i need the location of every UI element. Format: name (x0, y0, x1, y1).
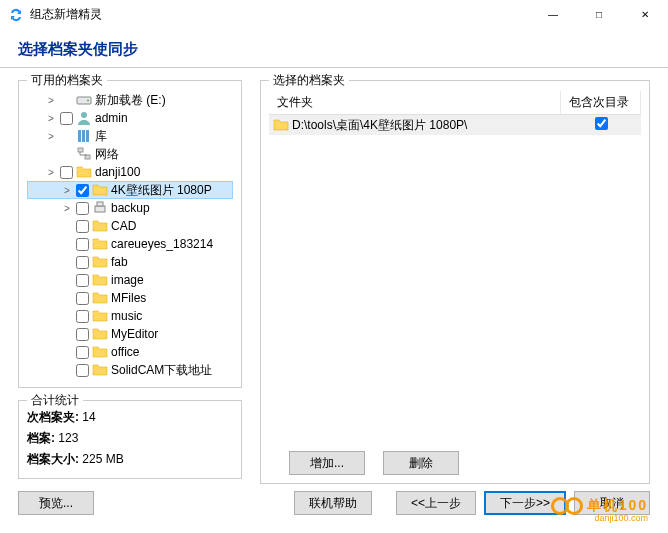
lib-icon (76, 128, 92, 144)
stat-label: 次档案夹: (27, 409, 79, 426)
tree-label: admin (95, 111, 128, 125)
folder-icon (92, 308, 108, 324)
tree-checkbox[interactable] (76, 364, 89, 377)
tree-row[interactable]: >careueyes_183214 (27, 235, 233, 253)
tree-label: careueyes_183214 (111, 237, 213, 251)
list-row[interactable]: D:\tools\桌面\4K壁纸图片 1080P\ (269, 115, 641, 135)
selected-folders-group: 选择的档案夹 文件夹 包含次目录 D:\tools\桌面\4K壁纸图片 1080… (260, 80, 650, 484)
folder-icon (92, 362, 108, 378)
tree-row[interactable]: >4K壁纸图片 1080P (27, 181, 233, 199)
tree-label: MyEditor (111, 327, 158, 341)
prev-button[interactable]: <<上一步 (396, 491, 476, 515)
tree-row[interactable]: >网络 (27, 145, 233, 163)
tree-row[interactable]: >office (27, 343, 233, 361)
stat-line: 档案: 123 (27, 430, 233, 447)
user-icon (76, 110, 92, 126)
stat-line: 档案大小: 225 MB (27, 451, 233, 468)
help-button[interactable]: 联机帮助 (294, 491, 372, 515)
tree-checkbox[interactable] (76, 256, 89, 269)
stats-legend: 合计统计 (27, 392, 83, 409)
tree-expander[interactable]: > (61, 203, 73, 214)
stat-line: 次档案夹: 14 (27, 409, 233, 426)
cancel-button[interactable]: 取消 (574, 491, 650, 515)
titlebar: 组态新增精灵 — □ ✕ (0, 0, 668, 30)
stat-label: 档案: (27, 430, 55, 447)
tree-row[interactable]: >fab (27, 253, 233, 271)
tree-label: fab (111, 255, 128, 269)
list-path: D:\tools\桌面\4K壁纸图片 1080P\ (292, 117, 467, 134)
footer: 预览... 联机帮助 <<上一步 下一步>> 取消 (18, 491, 650, 515)
tree-checkbox[interactable] (60, 166, 73, 179)
stats-group: 合计统计 次档案夹: 14档案: 123档案大小: 225 MB (18, 400, 242, 479)
tree-expander[interactable]: > (61, 185, 73, 196)
tree-checkbox[interactable] (76, 310, 89, 323)
tree-row[interactable]: >新加载卷 (E:) (27, 91, 233, 109)
folder-icon (273, 117, 289, 133)
col-folder[interactable]: 文件夹 (269, 91, 561, 114)
tree-checkbox[interactable] (76, 202, 89, 215)
available-folders-legend: 可用的档案夹 (27, 72, 107, 89)
tree-row[interactable]: >music (27, 307, 233, 325)
tree-row[interactable]: >admin (27, 109, 233, 127)
tree-row[interactable]: >MFiles (27, 289, 233, 307)
available-folders-group: 可用的档案夹 >新加载卷 (E:)>admin>库>网络>danji100>4K… (18, 80, 242, 388)
folder-icon (76, 164, 92, 180)
preview-button[interactable]: 预览... (18, 491, 94, 515)
tree-checkbox[interactable] (76, 238, 89, 251)
stat-value: 123 (55, 431, 78, 445)
stat-label: 档案大小: (27, 451, 79, 468)
tree-label: 网络 (95, 146, 119, 163)
remove-button[interactable]: 删除 (383, 451, 459, 475)
stat-value: 225 MB (79, 452, 124, 466)
tree-label: 库 (95, 128, 107, 145)
tree-checkbox[interactable] (76, 346, 89, 359)
folder-icon (92, 182, 108, 198)
folder-icon (92, 290, 108, 306)
tree-checkbox[interactable] (76, 184, 89, 197)
tree-label: SolidCAM下载地址 (111, 362, 212, 379)
tree-expander[interactable]: > (45, 95, 57, 106)
tree-row[interactable]: >backup (27, 199, 233, 217)
drive-icon (76, 92, 92, 108)
tree-label: danji100 (95, 165, 140, 179)
include-checkbox[interactable] (595, 117, 608, 130)
folder-icon (92, 254, 108, 270)
tree-row[interactable]: >CAD (27, 217, 233, 235)
folder-icon (92, 218, 108, 234)
net-icon (76, 146, 92, 162)
tree-label: image (111, 273, 144, 287)
col-include[interactable]: 包含次目录 (561, 91, 641, 114)
tree-checkbox[interactable] (76, 274, 89, 287)
selected-list[interactable]: 文件夹 包含次目录 D:\tools\桌面\4K壁纸图片 1080P\ (269, 91, 641, 441)
tree-checkbox[interactable] (60, 112, 73, 125)
tree-row[interactable]: >danji100 (27, 163, 233, 181)
maximize-button[interactable]: □ (576, 0, 622, 30)
next-button[interactable]: 下一步>> (484, 491, 566, 515)
tree-label: 新加载卷 (E:) (95, 92, 166, 109)
tree-checkbox[interactable] (76, 292, 89, 305)
tree-label: 4K壁纸图片 1080P (111, 182, 212, 199)
tree-row[interactable]: >image (27, 271, 233, 289)
tree-expander[interactable]: > (45, 131, 57, 142)
tree-expander[interactable]: > (45, 167, 57, 178)
tree-row[interactable]: >MyEditor (27, 325, 233, 343)
add-button[interactable]: 增加... (289, 451, 365, 475)
close-button[interactable]: ✕ (622, 0, 668, 30)
minimize-button[interactable]: — (530, 0, 576, 30)
tree-checkbox[interactable] (76, 220, 89, 233)
tree-label: backup (111, 201, 150, 215)
stat-value: 14 (79, 410, 96, 424)
tree-checkbox[interactable] (76, 328, 89, 341)
tree-expander[interactable]: > (45, 113, 57, 124)
window-title: 组态新增精灵 (30, 6, 530, 23)
sync-icon (8, 7, 24, 23)
tree-row[interactable]: >库 (27, 127, 233, 145)
folder-icon (92, 272, 108, 288)
tree-label: office (111, 345, 139, 359)
tree-row[interactable]: >SolidCAM下载地址 (27, 361, 233, 379)
folder-icon (92, 344, 108, 360)
selected-folders-legend: 选择的档案夹 (269, 72, 349, 89)
folder-tree[interactable]: >新加载卷 (E:)>admin>库>网络>danji100>4K壁纸图片 10… (27, 91, 233, 379)
list-header: 文件夹 包含次目录 (269, 91, 641, 115)
page-title: 选择档案夹使同步 (18, 40, 650, 59)
